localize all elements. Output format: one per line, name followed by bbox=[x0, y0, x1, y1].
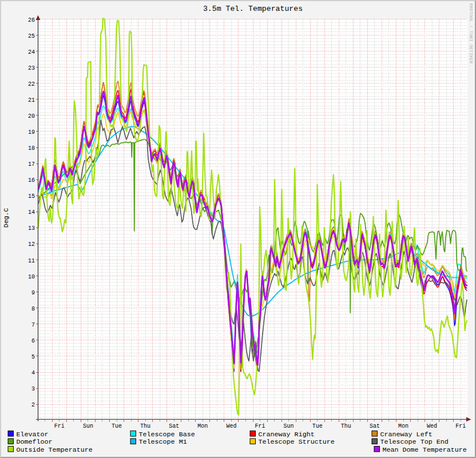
svg-text:Mean Dome Temperature: Mean Dome Temperature bbox=[383, 446, 467, 454]
svg-text:25: 25 bbox=[28, 33, 35, 39]
svg-text:Wed: Wed bbox=[226, 423, 236, 429]
svg-text:Fri: Fri bbox=[455, 423, 466, 429]
svg-text:5: 5 bbox=[31, 354, 35, 360]
svg-text:24: 24 bbox=[28, 49, 35, 55]
svg-text:Mon: Mon bbox=[197, 423, 208, 429]
svg-text:Thu: Thu bbox=[140, 423, 150, 429]
svg-text:7: 7 bbox=[31, 322, 35, 328]
svg-text:RRDTOOL / TOBI OETIKER: RRDTOOL / TOBI OETIKER bbox=[469, 3, 474, 64]
svg-text:16: 16 bbox=[28, 177, 35, 184]
svg-text:11: 11 bbox=[28, 258, 35, 264]
svg-text:Sat: Sat bbox=[169, 423, 179, 429]
svg-text:18: 18 bbox=[28, 145, 35, 152]
svg-text:Outside Temperature: Outside Temperature bbox=[17, 446, 93, 454]
svg-text:17: 17 bbox=[28, 161, 35, 168]
svg-text:26: 26 bbox=[28, 17, 35, 23]
svg-text:22: 22 bbox=[28, 81, 35, 87]
svg-text:Tue: Tue bbox=[312, 423, 323, 429]
svg-text:6: 6 bbox=[31, 338, 35, 344]
svg-text:Fri: Fri bbox=[54, 423, 65, 429]
svg-text:Craneway Left: Craneway Left bbox=[380, 431, 433, 439]
svg-text:Sun: Sun bbox=[83, 423, 93, 429]
svg-text:Fri: Fri bbox=[255, 423, 265, 429]
svg-text:9: 9 bbox=[31, 290, 35, 296]
svg-text:13: 13 bbox=[28, 225, 35, 232]
svg-text:Thu: Thu bbox=[341, 423, 351, 429]
svg-text:2: 2 bbox=[31, 402, 35, 408]
svg-text:Sun: Sun bbox=[284, 423, 294, 429]
svg-text:3.5m Tel. Temperatures: 3.5m Tel. Temperatures bbox=[203, 5, 303, 13]
svg-text:Craneway Right: Craneway Right bbox=[259, 431, 315, 439]
svg-text:21: 21 bbox=[28, 97, 35, 103]
svg-text:Domefloor: Domefloor bbox=[17, 438, 53, 446]
svg-text:14: 14 bbox=[28, 209, 35, 216]
svg-text:19: 19 bbox=[28, 129, 35, 136]
svg-text:Telescope M1: Telescope M1 bbox=[139, 438, 187, 446]
svg-text:23: 23 bbox=[28, 65, 35, 71]
svg-text:Wed: Wed bbox=[427, 423, 437, 429]
svg-text:4: 4 bbox=[31, 370, 35, 376]
svg-text:Tue: Tue bbox=[112, 423, 122, 429]
svg-text:Telescope Base: Telescope Base bbox=[139, 431, 195, 439]
svg-text:3: 3 bbox=[31, 386, 35, 392]
svg-text:8: 8 bbox=[31, 306, 35, 312]
svg-text:Sat: Sat bbox=[370, 423, 380, 429]
svg-text:Telescope Structure: Telescope Structure bbox=[259, 438, 335, 446]
svg-text:12: 12 bbox=[28, 241, 35, 248]
svg-text:Mon: Mon bbox=[398, 423, 408, 429]
svg-text:15: 15 bbox=[28, 193, 35, 200]
svg-text:Elevator: Elevator bbox=[17, 431, 49, 439]
svg-text:10: 10 bbox=[28, 274, 35, 280]
svg-text:20: 20 bbox=[28, 113, 35, 120]
svg-text:Telescope Top End: Telescope Top End bbox=[380, 438, 449, 446]
svg-text:Deg.C: Deg.C bbox=[2, 208, 10, 228]
